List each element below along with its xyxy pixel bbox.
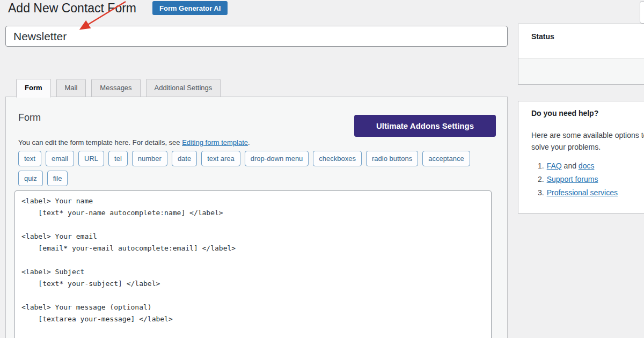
status-panel: Status <box>518 24 644 85</box>
form-generator-ai-button[interactable]: Form Generator AI <box>152 1 228 15</box>
editing-form-template-link[interactable]: Editing form template <box>182 138 248 146</box>
tag-date-button[interactable]: date <box>172 151 197 166</box>
tag-checkboxes-button[interactable]: checkboxes <box>313 151 362 166</box>
tag-radio-buttons-button[interactable]: radio buttons <box>366 151 418 166</box>
help-panel-intro: Here are some available options to solve… <box>531 129 644 153</box>
help-panel-heading: Do you need help? <box>531 109 644 117</box>
list-item: 1.FAQ and docs <box>531 161 644 170</box>
tag-tel-button[interactable]: tel <box>108 151 128 166</box>
tag-drop-down-menu-button[interactable]: drop-down menu <box>245 151 309 166</box>
form-title-input[interactable] <box>5 26 508 47</box>
ultimate-addons-settings-button[interactable]: Ultimate Addons Settings <box>354 115 496 137</box>
tag-file-button[interactable]: file <box>47 171 68 186</box>
list-item-text: and <box>562 161 579 170</box>
list-number: 1. <box>538 161 544 170</box>
tag-number-button[interactable]: number <box>132 151 167 166</box>
tag-row-1: text email URL tel number date text area… <box>18 151 496 186</box>
tag-text-area-button[interactable]: text area <box>201 151 240 166</box>
help-link-list: 1.FAQ and docs 2.Support forums 3.Profes… <box>531 161 644 197</box>
page-title: Add New Contact Form <box>8 1 136 16</box>
tab-additional-settings[interactable]: Additional Settings <box>146 79 221 97</box>
status-panel-body <box>518 58 644 84</box>
form-panel-description: You can edit the form template here. For… <box>18 138 250 146</box>
description-period: . <box>248 138 250 146</box>
support-forums-link[interactable]: Support forums <box>547 175 598 183</box>
list-number: 2. <box>538 175 544 183</box>
tag-acceptance-button[interactable]: acceptance <box>422 151 470 166</box>
add-contact-form-page: { "header": { "heading": "Add New Contac… <box>0 0 644 338</box>
form-template-textarea[interactable]: <label> Your name [text* your-name autoc… <box>14 190 492 338</box>
list-item: 2.Support forums <box>531 175 644 183</box>
docs-link[interactable]: docs <box>579 161 595 170</box>
tab-mail[interactable]: Mail <box>56 79 86 97</box>
tab-form[interactable]: Form <box>16 79 51 98</box>
list-item: 3.Professional services <box>531 188 644 197</box>
tag-quiz-button[interactable]: quiz <box>18 171 43 186</box>
form-panel-heading: Form <box>18 112 41 123</box>
faq-link[interactable]: FAQ <box>547 161 562 170</box>
editor-tabs: Form Mail Messages Additional Settings <box>16 79 221 98</box>
list-number: 3. <box>538 188 544 197</box>
form-editor-panel: Form Ultimate Addons Settings You can ed… <box>5 97 508 338</box>
description-text: You can edit the form template here. For… <box>18 138 182 146</box>
professional-services-link[interactable]: Professional services <box>547 188 618 197</box>
help-flyout-corner <box>640 1 644 24</box>
help-panel: Do you need help? Here are some availabl… <box>518 101 644 214</box>
tag-text-button[interactable]: text <box>18 151 41 166</box>
tag-url-button[interactable]: URL <box>78 151 104 166</box>
tab-messages[interactable]: Messages <box>91 79 140 97</box>
status-panel-heading: Status <box>518 24 644 58</box>
tag-email-button[interactable]: email <box>46 151 74 166</box>
